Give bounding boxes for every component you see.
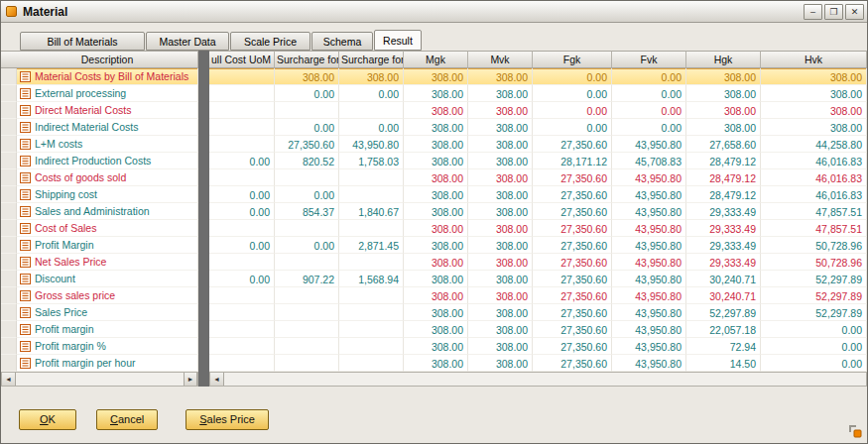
row-description-cell[interactable]: Sales and Administration bbox=[17, 203, 198, 220]
row-description-cell[interactable]: L+M costs bbox=[17, 136, 198, 153]
item-detail-icon[interactable] bbox=[20, 105, 31, 116]
cell-ull-cost-uom[interactable] bbox=[209, 85, 275, 102]
cell-hgk[interactable]: 30,240.71 bbox=[686, 287, 761, 304]
cell-mvk[interactable]: 308.00 bbox=[468, 186, 533, 203]
cell-mvk[interactable]: 308.00 bbox=[468, 338, 533, 355]
cell-mgk[interactable]: 308.00 bbox=[404, 68, 468, 85]
cell-surcharge-for[interactable]: 0.00 bbox=[275, 119, 339, 136]
cell-ull-cost-uom[interactable]: 0.00 bbox=[209, 271, 275, 287]
cell-surcharge-for[interactable]: 0.00 bbox=[275, 85, 339, 102]
cell-ull-cost-uom[interactable] bbox=[209, 338, 275, 355]
cell-mgk[interactable]: 308.00 bbox=[404, 304, 468, 321]
cell-hvk[interactable]: 308.00 bbox=[761, 119, 867, 136]
cell-hgk[interactable]: 29,333.49 bbox=[686, 254, 761, 271]
tab-bill-of-materials[interactable]: Bill of Materials bbox=[20, 32, 145, 51]
cell-hvk[interactable]: 52,297.89 bbox=[761, 287, 867, 304]
cell-ull-cost-uom[interactable] bbox=[209, 169, 275, 186]
cell-surcharge-for[interactable] bbox=[339, 102, 404, 119]
cell-hgk[interactable]: 27,658.60 bbox=[686, 136, 761, 153]
tab-master-data[interactable]: Master Data bbox=[146, 32, 229, 51]
header-ull-cost-uom[interactable]: ull Cost UoM bbox=[209, 51, 275, 68]
pane-splitter[interactable] bbox=[198, 271, 209, 287]
cell-hvk[interactable]: 0.00 bbox=[761, 321, 867, 338]
pane-splitter[interactable] bbox=[198, 119, 209, 136]
cell-surcharge-for[interactable]: 0.00 bbox=[275, 186, 339, 203]
cell-surcharge-for[interactable]: 308.00 bbox=[339, 68, 404, 85]
title-bar[interactable]: Material – ❐ ✕ bbox=[1, 1, 867, 23]
cell-mgk[interactable]: 308.00 bbox=[404, 203, 468, 220]
cell-surcharge-for[interactable] bbox=[275, 287, 339, 304]
row-description-cell[interactable]: Indirect Production Costs bbox=[17, 153, 198, 169]
header-description[interactable]: Description bbox=[17, 51, 198, 68]
cell-surcharge-for[interactable] bbox=[275, 338, 339, 355]
cell-fgk[interactable]: 0.00 bbox=[533, 119, 612, 136]
item-detail-icon[interactable] bbox=[20, 223, 31, 234]
header-mgk[interactable]: Mgk bbox=[404, 51, 468, 68]
pane-splitter[interactable] bbox=[198, 68, 209, 85]
scroll-track[interactable] bbox=[224, 373, 866, 386]
cell-surcharge-for[interactable] bbox=[275, 304, 339, 321]
cell-fgk[interactable]: 27,350.60 bbox=[533, 136, 612, 153]
cell-hgk[interactable]: 29,333.49 bbox=[686, 203, 761, 220]
cell-mgk[interactable]: 308.00 bbox=[404, 186, 468, 203]
cell-fvk[interactable]: 43,950.80 bbox=[612, 237, 686, 254]
cell-fvk[interactable]: 43,950.80 bbox=[612, 304, 686, 321]
cell-mgk[interactable]: 308.00 bbox=[404, 321, 468, 338]
row-description-cell[interactable]: Profit margin per hour bbox=[17, 355, 198, 372]
cell-surcharge-for[interactable] bbox=[339, 338, 404, 355]
cell-hgk[interactable]: 28,479.12 bbox=[686, 153, 761, 169]
header-surcharge-for[interactable]: Surcharge for bbox=[275, 51, 339, 68]
pane-splitter[interactable] bbox=[198, 102, 209, 119]
cell-surcharge-for[interactable] bbox=[339, 321, 404, 338]
cell-hvk[interactable]: 52,297.89 bbox=[761, 271, 867, 287]
pane-splitter[interactable] bbox=[198, 51, 209, 68]
table-row[interactable]: Direct Material Costs308.00308.000.000.0… bbox=[1, 102, 867, 119]
cell-fvk[interactable]: 43,950.80 bbox=[612, 287, 686, 304]
cell-hgk[interactable]: 308.00 bbox=[686, 85, 761, 102]
cell-hvk[interactable]: 52,297.89 bbox=[761, 304, 867, 321]
cell-ull-cost-uom[interactable]: 0.00 bbox=[209, 186, 275, 203]
table-row[interactable]: Costs of goods sold308.00308.0027,350.60… bbox=[1, 169, 867, 186]
item-detail-icon[interactable] bbox=[20, 341, 31, 352]
table-row[interactable]: Indirect Material Costs0.000.00308.00308… bbox=[1, 119, 867, 136]
item-detail-icon[interactable] bbox=[20, 307, 31, 318]
cell-surcharge-for[interactable]: 0.00 bbox=[339, 85, 404, 102]
table-row[interactable]: Profit Margin0.000.002,871.45308.00308.0… bbox=[1, 237, 867, 254]
cell-mvk[interactable]: 308.00 bbox=[468, 68, 533, 85]
cell-mvk[interactable]: 308.00 bbox=[468, 304, 533, 321]
cell-surcharge-for[interactable] bbox=[339, 220, 404, 237]
tab-schema[interactable]: Schema bbox=[311, 32, 373, 51]
pane-splitter[interactable] bbox=[198, 136, 209, 153]
header-hvk[interactable]: Hvk bbox=[761, 51, 867, 68]
row-description-cell[interactable]: Net Sales Price bbox=[17, 254, 198, 271]
cell-hvk[interactable]: 47,857.51 bbox=[761, 220, 867, 237]
cell-mgk[interactable]: 308.00 bbox=[404, 271, 468, 287]
tab-scale-price[interactable]: Scale Price bbox=[230, 32, 310, 51]
cell-fvk[interactable]: 0.00 bbox=[612, 85, 686, 102]
item-detail-icon[interactable] bbox=[20, 172, 31, 183]
row-description-cell[interactable]: Direct Material Costs bbox=[17, 102, 198, 119]
row-description-cell[interactable]: Profit margin % bbox=[17, 338, 198, 355]
cell-ull-cost-uom[interactable] bbox=[209, 68, 275, 85]
cell-mvk[interactable]: 308.00 bbox=[468, 271, 533, 287]
pane-splitter[interactable] bbox=[198, 338, 209, 355]
cell-fvk[interactable]: 43,950.80 bbox=[612, 169, 686, 186]
cell-fvk[interactable]: 43,950.80 bbox=[612, 338, 686, 355]
cell-surcharge-for[interactable]: 1,568.94 bbox=[339, 271, 404, 287]
item-detail-icon[interactable] bbox=[20, 156, 31, 166]
cell-ull-cost-uom[interactable] bbox=[209, 304, 275, 321]
item-detail-icon[interactable] bbox=[20, 189, 31, 200]
pane-splitter[interactable] bbox=[198, 237, 209, 254]
cell-fgk[interactable]: 0.00 bbox=[533, 102, 612, 119]
cell-fgk[interactable]: 0.00 bbox=[533, 85, 612, 102]
row-description-cell[interactable]: Sales Price bbox=[17, 304, 198, 321]
cell-surcharge-for[interactable]: 854.37 bbox=[275, 203, 339, 220]
cell-fgk[interactable]: 27,350.60 bbox=[533, 338, 612, 355]
cell-surcharge-for[interactable]: 0.00 bbox=[339, 119, 404, 136]
cell-mvk[interactable]: 308.00 bbox=[468, 220, 533, 237]
cell-surcharge-for[interactable] bbox=[339, 304, 404, 321]
cell-ull-cost-uom[interactable] bbox=[209, 287, 275, 304]
item-detail-icon[interactable] bbox=[20, 358, 31, 369]
cell-hgk[interactable]: 308.00 bbox=[686, 102, 761, 119]
tab-result[interactable]: Result bbox=[374, 30, 422, 51]
